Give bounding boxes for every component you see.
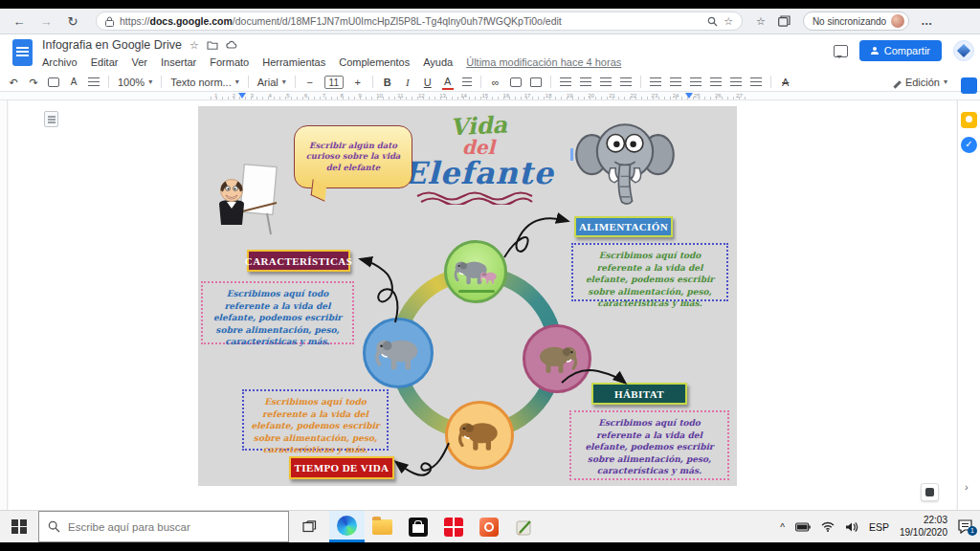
hide-side-panel-icon[interactable]: › xyxy=(965,481,969,493)
align-right-icon[interactable] xyxy=(600,77,612,86)
node-alimentacion-circle xyxy=(444,240,507,303)
tray-expand-icon[interactable]: ^ xyxy=(780,522,785,533)
search-input[interactable] xyxy=(68,521,259,533)
menu-insertar[interactable]: Insertar xyxy=(161,56,196,68)
speech-bubble: Escribir algún dato curioso sobre la vid… xyxy=(294,125,412,188)
editing-mode-select[interactable]: Edición ▾ xyxy=(892,77,947,88)
wifi-icon[interactable] xyxy=(821,521,835,532)
menu-formato[interactable]: Formato xyxy=(210,56,249,68)
account-avatar[interactable] xyxy=(953,40,974,61)
browser-menu-icon[interactable]: … xyxy=(921,14,933,28)
node-habitat-circle xyxy=(523,324,591,393)
decrease-indent-icon[interactable] xyxy=(730,77,742,86)
move-folder-icon[interactable] xyxy=(207,39,218,51)
infographic-title: Vida del Elefante xyxy=(397,114,560,209)
document-outline-icon[interactable] xyxy=(44,111,58,127)
menu-editar[interactable]: Editar xyxy=(91,56,119,68)
speaker-icon[interactable] xyxy=(845,521,858,533)
align-left-icon[interactable] xyxy=(560,77,571,86)
bookmark-star-icon[interactable]: ☆ xyxy=(724,15,733,28)
search-in-page-icon[interactable] xyxy=(707,16,718,27)
share-button[interactable]: Compartir xyxy=(859,40,942,61)
toolbar-separator xyxy=(161,76,162,88)
node-tiempo-circle xyxy=(445,401,514,470)
clear-formatting-icon[interactable]: A xyxy=(780,74,791,91)
insert-image-icon[interactable] xyxy=(530,77,542,87)
tasks-icon[interactable]: ✓ xyxy=(961,137,977,153)
italic-icon[interactable]: I xyxy=(402,74,413,91)
infographic-image[interactable]: Vida del Elefante xyxy=(198,106,737,486)
expand-button[interactable] xyxy=(921,483,939,501)
clock[interactable]: 22:03 19/10/2020 xyxy=(900,515,947,539)
bold-icon[interactable]: B xyxy=(382,74,393,91)
menu-herramientas[interactable]: Herramientas xyxy=(262,56,325,68)
taskbar-store-button[interactable] xyxy=(400,511,435,542)
google-side-panel: ✓ › xyxy=(957,100,980,510)
ruler[interactable]: 1234567891011121314151617181920212223242… xyxy=(0,92,980,100)
menu-ayuda[interactable]: Ayuda xyxy=(423,56,453,68)
taskbar-journal-button[interactable] xyxy=(506,511,542,542)
menu-ver[interactable]: Ver xyxy=(131,56,147,68)
last-modified-link[interactable]: Última modificación hace 4 horas xyxy=(466,56,621,68)
font-select[interactable]: Arial▾ xyxy=(257,77,286,88)
back-icon[interactable]: ← xyxy=(10,14,29,29)
favorites-icon[interactable]: ☆ xyxy=(756,15,766,28)
redo-icon[interactable]: ↷ xyxy=(28,74,39,91)
font-size-increase[interactable]: + xyxy=(352,74,364,91)
notification-badge: 1 xyxy=(968,526,977,536)
text-color-icon[interactable]: A xyxy=(442,75,454,90)
note-alimentacion: Escribimos aquí todo referente a la vida… xyxy=(571,243,728,301)
address-bar[interactable]: https://docs.google.com/document/d/18MF1… xyxy=(96,11,743,31)
font-size-value[interactable]: 11 xyxy=(324,76,344,89)
task-view-button[interactable] xyxy=(289,511,329,542)
battery-icon[interactable] xyxy=(795,522,811,532)
font-size-decrease[interactable]: − xyxy=(304,74,316,91)
zoom-select[interactable]: 100%▾ xyxy=(118,77,152,88)
menu-complementos[interactable]: Complementos xyxy=(339,56,410,68)
numbered-list-icon[interactable] xyxy=(710,77,722,86)
keep-icon[interactable] xyxy=(961,112,977,128)
styles-select[interactable]: Texto norm...▾ xyxy=(170,77,239,88)
line-spacing-icon[interactable] xyxy=(650,77,661,86)
left-indent-marker[interactable] xyxy=(238,93,246,99)
profile-sync-button[interactable]: No sincronizando xyxy=(803,11,909,31)
increase-indent-icon[interactable] xyxy=(750,77,762,86)
undo-icon[interactable]: ↶ xyxy=(8,74,19,91)
insert-comment-icon[interactable] xyxy=(510,77,522,87)
underline-icon[interactable]: U xyxy=(422,74,434,91)
forward-icon[interactable]: → xyxy=(36,14,56,29)
paint-format-icon[interactable] xyxy=(88,77,100,86)
comments-icon[interactable] xyxy=(834,45,848,57)
collections-icon[interactable] xyxy=(778,15,791,27)
taskbar-explorer-button[interactable] xyxy=(365,511,400,542)
taskbar-gift-app-button[interactable] xyxy=(435,511,471,542)
language-indicator[interactable]: ESP xyxy=(869,521,889,533)
insert-link-icon[interactable]: ∞ xyxy=(490,74,501,91)
align-center-icon[interactable] xyxy=(580,77,591,86)
office-icon xyxy=(479,518,499,537)
document-title[interactable]: Infografia en Google Drive xyxy=(42,38,182,52)
checklist-icon[interactable] xyxy=(670,77,681,86)
highlight-icon[interactable] xyxy=(462,77,472,86)
edge-icon xyxy=(337,516,357,536)
refresh-icon[interactable]: ↻ xyxy=(63,14,82,29)
calendar-icon[interactable] xyxy=(961,77,977,94)
spellcheck-icon[interactable]: A xyxy=(68,74,79,91)
chevron-down-icon: ▾ xyxy=(282,77,286,86)
star-document-icon[interactable]: ☆ xyxy=(189,39,199,52)
file-explorer-icon xyxy=(372,519,392,535)
taskbar-search-box[interactable] xyxy=(38,511,289,542)
label-alimentacion: ALIMENTACIÓN xyxy=(574,216,673,237)
toolbar-separator xyxy=(550,76,551,88)
action-center-button[interactable]: 1 xyxy=(958,519,974,534)
taskbar-office-button[interactable] xyxy=(471,511,506,542)
menu-archivo[interactable]: Archivo xyxy=(42,56,78,68)
right-indent-marker[interactable] xyxy=(685,93,693,99)
start-button[interactable] xyxy=(0,511,38,542)
align-justify-icon[interactable] xyxy=(620,77,632,86)
bulleted-list-icon[interactable] xyxy=(690,77,702,86)
docs-toolbar: ↶ ↷ A 100%▾ Texto norm...▾ Arial▾ − 11 +… xyxy=(0,73,980,92)
taskbar-edge-button[interactable] xyxy=(329,511,365,542)
print-icon[interactable] xyxy=(48,77,59,87)
docs-logo-icon[interactable] xyxy=(12,39,33,66)
